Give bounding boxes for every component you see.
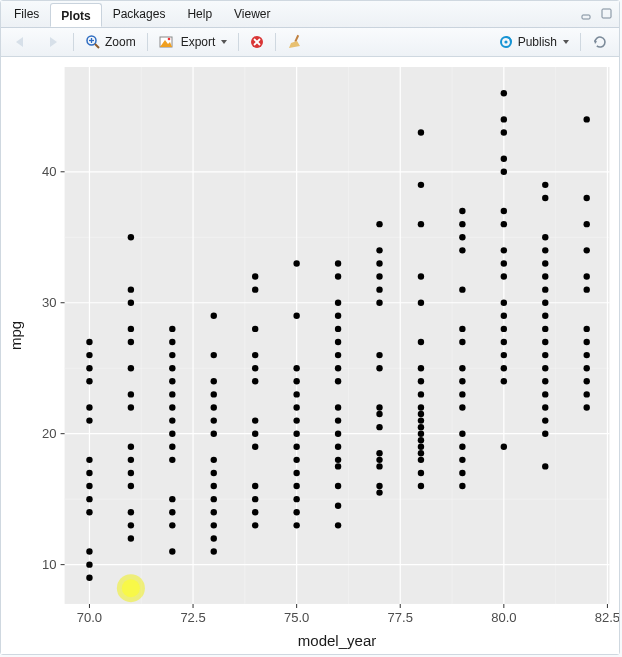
svg-point-158: [376, 247, 382, 253]
plot-forward-button[interactable]: [39, 28, 67, 56]
svg-point-68: [169, 509, 175, 515]
svg-point-223: [542, 365, 548, 371]
svg-point-162: [418, 273, 424, 279]
svg-point-173: [418, 470, 424, 476]
tab-viewer[interactable]: Viewer: [223, 2, 281, 26]
refresh-button[interactable]: [587, 28, 613, 56]
svg-text:40: 40: [42, 164, 56, 179]
tab-help[interactable]: Help: [176, 2, 223, 26]
export-button[interactable]: Export: [154, 28, 233, 56]
svg-text:80.0: 80.0: [491, 610, 516, 625]
svg-point-138: [335, 463, 341, 469]
svg-point-227: [542, 417, 548, 423]
maximize-icon[interactable]: [599, 7, 613, 21]
svg-point-198: [501, 116, 507, 122]
svg-point-141: [335, 339, 341, 345]
svg-point-64: [128, 286, 134, 292]
svg-text:30: 30: [42, 295, 56, 310]
svg-point-200: [501, 221, 507, 227]
svg-point-112: [293, 483, 299, 489]
svg-point-80: [169, 430, 175, 436]
publish-button[interactable]: Publish: [493, 28, 574, 56]
svg-point-183: [459, 378, 465, 384]
svg-point-110: [293, 457, 299, 463]
tab-files[interactable]: Files: [3, 2, 50, 26]
tab-packages[interactable]: Packages: [102, 2, 177, 26]
plot-back-button[interactable]: [7, 28, 35, 56]
svg-point-43: [86, 378, 92, 384]
svg-text:mpg: mpg: [7, 321, 24, 350]
svg-point-50: [86, 548, 92, 554]
svg-point-159: [418, 221, 424, 227]
svg-point-224: [542, 378, 548, 384]
svg-point-73: [169, 326, 175, 332]
tab-plots[interactable]: Plots: [50, 3, 101, 27]
svg-point-207: [501, 339, 507, 345]
zoom-label: Zoom: [105, 35, 136, 49]
svg-point-149: [376, 404, 382, 410]
svg-point-87: [211, 483, 217, 489]
svg-point-242: [584, 391, 590, 397]
svg-point-139: [335, 444, 341, 450]
svg-point-47: [86, 352, 92, 358]
svg-point-70: [169, 457, 175, 463]
svg-rect-12: [295, 35, 300, 42]
svg-point-194: [459, 208, 465, 214]
svg-text:75.0: 75.0: [284, 610, 309, 625]
svg-point-236: [584, 286, 590, 292]
svg-point-157: [376, 273, 382, 279]
svg-point-239: [584, 352, 590, 358]
svg-point-118: [293, 313, 299, 319]
plot-area[interactable]: 70.072.575.077.580.082.510203040model_ye…: [1, 57, 619, 654]
svg-point-197: [501, 129, 507, 135]
remove-plot-button[interactable]: [245, 28, 269, 56]
svg-point-175: [418, 437, 424, 443]
svg-point-222: [542, 352, 548, 358]
svg-point-91: [211, 352, 217, 358]
svg-text:72.5: 72.5: [180, 610, 205, 625]
svg-point-166: [418, 378, 424, 384]
svg-point-77: [169, 378, 175, 384]
svg-text:77.5: 77.5: [388, 610, 413, 625]
svg-point-100: [252, 365, 258, 371]
svg-point-177: [418, 129, 424, 135]
svg-point-111: [293, 496, 299, 502]
svg-point-143: [376, 260, 382, 266]
svg-point-196: [501, 155, 507, 161]
svg-point-214: [542, 247, 548, 253]
svg-point-48: [86, 365, 92, 371]
scatter-plot: 70.072.575.077.580.082.510203040model_ye…: [1, 57, 619, 654]
svg-point-190: [459, 286, 465, 292]
svg-point-126: [335, 313, 341, 319]
svg-point-54: [128, 365, 134, 371]
svg-point-191: [459, 247, 465, 253]
svg-point-121: [293, 522, 299, 528]
minimize-icon[interactable]: [581, 7, 595, 21]
svg-point-106: [252, 444, 258, 450]
svg-point-195: [501, 169, 507, 175]
svg-point-94: [211, 378, 217, 384]
zoom-button[interactable]: Zoom: [80, 28, 141, 56]
arrow-left-icon: [12, 35, 30, 49]
svg-point-176: [418, 411, 424, 417]
svg-point-189: [459, 430, 465, 436]
svg-text:10: 10: [42, 557, 56, 572]
svg-point-240: [584, 365, 590, 371]
svg-point-38: [86, 457, 92, 463]
remove-icon: [250, 35, 264, 49]
svg-point-219: [542, 313, 548, 319]
svg-point-243: [584, 404, 590, 410]
svg-point-69: [169, 496, 175, 502]
publish-label: Publish: [518, 35, 557, 49]
clear-all-button[interactable]: [282, 28, 308, 56]
svg-point-238: [584, 339, 590, 345]
svg-text:20: 20: [42, 426, 56, 441]
svg-point-237: [584, 326, 590, 332]
svg-point-186: [459, 470, 465, 476]
svg-point-154: [376, 463, 382, 469]
svg-point-155: [376, 489, 382, 495]
svg-point-133: [335, 430, 341, 436]
svg-point-225: [542, 391, 548, 397]
svg-point-113: [293, 444, 299, 450]
svg-rect-0: [582, 15, 590, 19]
